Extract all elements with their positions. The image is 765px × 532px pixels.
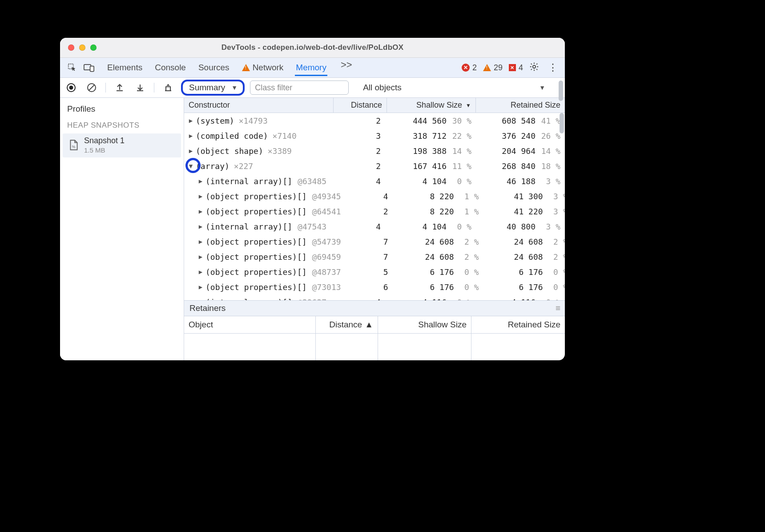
table-row[interactable]: ▶(object properties)[]@4934548 2201 %41 … (184, 189, 565, 204)
table-row[interactable]: ▶(object properties)[]@6454128 2201 %41 … (184, 204, 565, 219)
snapshot-size: 1.5 MB (84, 146, 125, 154)
row-retained: 40 8003 % (476, 222, 565, 231)
col-retained[interactable]: Retained Size (476, 98, 565, 113)
window-title: DevTools - codepen.io/web-dot-dev/live/P… (60, 43, 565, 52)
row-distance: 5 (341, 267, 395, 277)
tab-console[interactable]: Console (154, 59, 187, 76)
retainers-header[interactable]: Retainers ≡ (184, 300, 565, 316)
download-icon[interactable] (133, 80, 148, 95)
snapshot-item[interactable]: % Snapshot 1 1.5 MB (63, 133, 181, 157)
chevron-right-icon[interactable]: ▶ (197, 238, 205, 245)
chevron-right-icon[interactable]: ▶ (197, 193, 205, 200)
svg-text:%: % (72, 145, 76, 149)
class-filter-placeholder: Class filter (255, 83, 292, 93)
inspect-icon[interactable] (64, 60, 80, 75)
table-row[interactable]: ▶(internal array)[]@3963744 1160 %4 1160… (184, 294, 565, 300)
drag-handle-icon[interactable]: ≡ (556, 303, 560, 313)
row-distance: 4 (334, 222, 387, 231)
table-row[interactable]: ▼(array)×2272167 41611 %268 84018 % (184, 158, 565, 173)
settings-button[interactable] (529, 62, 539, 74)
rcol-distance[interactable]: Distance▲ (316, 316, 378, 333)
row-shallow: 198 38814 % (387, 146, 476, 156)
gc-icon[interactable] (161, 80, 176, 95)
col-shallow[interactable]: Shallow Size▼ (387, 98, 476, 113)
row-distance: 4 (341, 192, 395, 201)
tab-network[interactable]: Network (241, 59, 285, 76)
warning-icon (242, 64, 250, 71)
panel-tabs: Elements Console Sources Network Memory … (106, 59, 355, 76)
row-retained: 268 84018 % (476, 161, 565, 171)
device-toggle-icon[interactable] (81, 60, 97, 75)
heap-snapshots-group: HEAP SNAPSHOTS (60, 118, 184, 133)
row-id: @73013 (312, 282, 341, 292)
chevron-right-icon[interactable]: ▶ (197, 177, 205, 185)
chevron-right-icon[interactable]: ▶ (197, 223, 205, 230)
table-header: Constructor Distance Shallow Size▼ Retai… (184, 98, 565, 113)
table-row[interactable]: ▶(internal array)[]@4754344 1040 %40 800… (184, 219, 565, 234)
tab-elements[interactable]: Elements (106, 59, 143, 76)
devtools-window: DevTools - codepen.io/web-dot-dev/live/P… (60, 38, 565, 360)
chevron-right-icon[interactable]: ▶ (197, 268, 205, 275)
upload-icon[interactable] (112, 80, 127, 95)
rcol-shallow[interactable]: Shallow Size (378, 316, 471, 333)
table-row[interactable]: ▶(system)×147932444 56030 %608 54841 % (184, 113, 565, 128)
table-row[interactable]: ▶(compiled code)×71403318 71222 %376 240… (184, 128, 565, 143)
chevron-right-icon[interactable]: ▶ (197, 283, 205, 290)
tab-network-label: Network (253, 63, 284, 73)
chevron-right-icon[interactable]: ▶ (197, 208, 205, 215)
issues-badge[interactable]: ✕ 4 (509, 63, 523, 73)
table-row[interactable]: ▶(object properties)[]@4873756 1760 %6 1… (184, 264, 565, 279)
row-count: ×14793 (239, 116, 268, 125)
chevron-right-icon[interactable]: ▶ (187, 147, 195, 154)
chevron-down-icon[interactable]: ▼ (539, 84, 545, 91)
window-scrollbar-thumb[interactable] (559, 81, 563, 101)
view-select[interactable]: Summary ▼ (181, 80, 245, 96)
table-row[interactable]: ▶(internal array)[]@6348544 1040 %46 188… (184, 173, 565, 189)
panel-body: Profiles HEAP SNAPSHOTS % Snapshot 1 1.5… (60, 98, 565, 360)
row-name: (object properties)[] (205, 252, 307, 262)
chevron-down-icon[interactable]: ▼ (187, 162, 195, 169)
scrollbar-thumb[interactable] (560, 113, 564, 133)
chevron-right-icon[interactable]: ▶ (197, 298, 205, 300)
minimize-icon[interactable] (79, 44, 85, 51)
svg-line-7 (89, 85, 94, 90)
heap-table: Constructor Distance Shallow Size▼ Retai… (184, 98, 565, 360)
record-icon[interactable] (64, 80, 79, 95)
rcol-retained[interactable]: Retained Size (471, 316, 565, 333)
row-count: ×7140 (273, 131, 297, 141)
profiles-title: Profiles (60, 98, 184, 118)
close-icon[interactable] (68, 44, 74, 51)
rcol-object[interactable]: Object (184, 316, 316, 333)
row-retained: 376 24026 % (476, 131, 565, 141)
table-row[interactable]: ▶(object properties)[]@54739724 6082 %24… (184, 234, 565, 249)
object-filter-select[interactable]: All objects (363, 83, 402, 93)
profiles-sidebar: Profiles HEAP SNAPSHOTS % Snapshot 1 1.5… (60, 98, 184, 360)
class-filter-input[interactable]: Class filter (250, 81, 349, 95)
row-retained: 608 54841 % (476, 116, 565, 125)
tab-memory[interactable]: Memory (295, 59, 327, 76)
table-rows[interactable]: ▶(system)×147932444 56030 %608 54841 %▶(… (184, 113, 565, 300)
chevron-right-icon[interactable]: ▶ (187, 117, 195, 124)
warning-badge[interactable]: 29 (483, 63, 503, 73)
chevron-right-icon[interactable]: ▶ (197, 253, 205, 260)
row-distance: 2 (334, 116, 387, 125)
col-distance[interactable]: Distance (334, 98, 387, 113)
more-tabs-icon[interactable]: >> (338, 59, 355, 76)
error-icon: ✕ (462, 64, 470, 72)
row-shallow: 24 6082 % (395, 252, 483, 262)
error-badge[interactable]: ✕ 2 (462, 63, 477, 73)
tab-sources[interactable]: Sources (197, 59, 230, 76)
col-constructor[interactable]: Constructor (184, 98, 334, 113)
clear-icon[interactable] (84, 80, 99, 95)
kebab-icon[interactable]: ⋮ (545, 62, 560, 73)
retainers-empty (184, 334, 565, 360)
table-row[interactable]: ▶(object properties)[]@69459724 6082 %24… (184, 249, 565, 264)
row-id: @48737 (312, 267, 341, 277)
zoom-icon[interactable] (90, 44, 97, 51)
chevron-right-icon[interactable]: ▶ (187, 132, 195, 139)
table-row[interactable]: ▶(object properties)[]@7301366 1760 %6 1… (184, 279, 565, 294)
table-row[interactable]: ▶(object shape)×33892198 38814 %204 9641… (184, 143, 565, 158)
row-id: @49345 (312, 192, 341, 201)
scrollbar[interactable] (559, 113, 565, 300)
row-retained: 204 96414 % (476, 146, 565, 156)
